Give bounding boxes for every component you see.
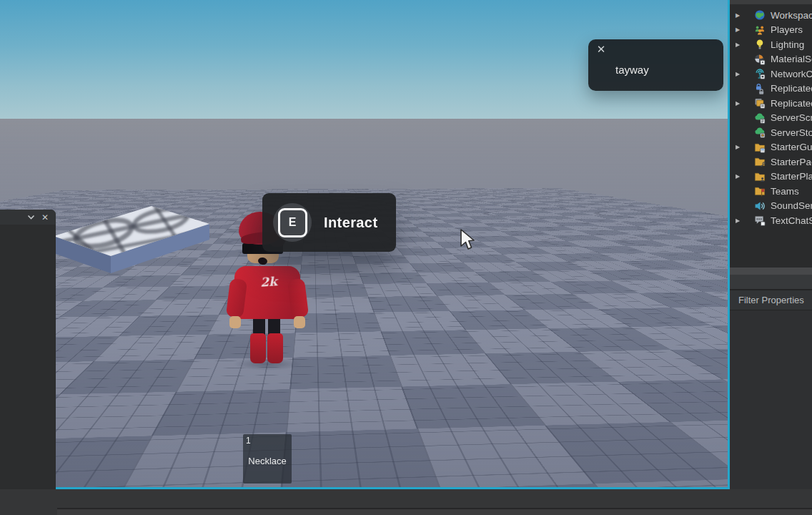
expand-arrow-icon[interactable]: ▶ — [736, 26, 745, 33]
game-viewport[interactable]: 2k E Interact ✕ tayway 1 Necklace — [0, 0, 730, 489]
explorer-item-label: ReplicatedStorage — [771, 98, 812, 109]
expand-arrow-icon[interactable]: ▶ — [736, 41, 745, 48]
explorer-item-serverstorage[interactable]: ServerStorage — [730, 125, 812, 140]
properties-filter-row — [730, 290, 812, 310]
explorer-item-starterplayer[interactable]: ▶StarterPlayer — [730, 170, 812, 185]
roblox-studio-window: { "colors": { "selection_border": "#23a6… — [0, 0, 812, 515]
explorer-item-label: ServerScriptService — [771, 112, 812, 123]
key-letter: E — [289, 216, 297, 229]
left-panel-header: ✕ — [0, 210, 56, 225]
hotbar-item-name: Necklace — [243, 456, 292, 466]
avatar-hand-right — [294, 316, 305, 328]
explorer-item-lighting[interactable]: ▶Lighting — [730, 37, 812, 52]
mouse-cursor-icon — [459, 229, 476, 252]
filter-properties-input[interactable] — [730, 295, 812, 305]
explorer-item-label: Lighting — [771, 39, 804, 50]
close-icon[interactable]: ✕ — [40, 212, 50, 222]
expand-arrow-icon[interactable]: ▶ — [736, 144, 745, 150]
explorer-item-textchatservice[interactable]: ▶TextChatService — [730, 213, 812, 228]
player-nameplate: ✕ tayway — [588, 39, 723, 91]
explorer-item-materialservice[interactable]: MaterialService — [730, 52, 812, 67]
interact-label: Interact — [324, 215, 377, 231]
panel-splitter[interactable] — [730, 268, 812, 275]
proximity-prompt[interactable]: E Interact — [262, 193, 396, 252]
bottom-bar — [0, 489, 812, 515]
explorer-item-label: ReplicatedFirst — [771, 83, 812, 94]
soundservice-icon — [754, 200, 766, 212]
materialservice-icon — [754, 54, 766, 65]
bottom-lower-strip — [57, 509, 812, 515]
key-circle: E — [273, 203, 312, 242]
avatar-boot-right — [267, 333, 283, 363]
hotbar-slot-number: 1 — [246, 436, 251, 446]
expand-arrow-icon[interactable]: ▶ — [736, 217, 745, 224]
expand-arrow-icon[interactable]: ▶ — [736, 173, 745, 180]
networkclient-icon — [754, 68, 766, 79]
explorer-item-label: Players — [771, 24, 803, 35]
explorer-item-label: StarterPack — [771, 157, 812, 167]
explorer-item-label: ServerStorage — [771, 127, 812, 138]
explorer-item-starterpack[interactable]: StarterPack — [730, 154, 812, 170]
explorer-item-networkclient[interactable]: ▶NetworkClient — [730, 67, 812, 82]
properties-panel — [730, 275, 812, 489]
explorer-item-replicatedstorage[interactable]: ▶ReplicatedStorage — [730, 96, 812, 111]
explorer-tree: ▶Workspace▶Players▶LightingMaterialServi… — [730, 4, 812, 228]
hotbar-slot-1[interactable]: 1 Necklace — [243, 434, 292, 484]
lighting-icon — [754, 39, 766, 50]
left-tool-panel: ✕ — [0, 210, 56, 489]
explorer-item-workspace[interactable]: ▶Workspace — [730, 8, 812, 23]
serverstorage-icon — [754, 127, 766, 138]
avatar-shirt-graphic: 2k — [255, 274, 282, 290]
explorer-item-label: Teams — [771, 186, 799, 197]
explorer-item-label: StarterGui — [771, 142, 812, 152]
explorer-item-label: TextChatService — [771, 215, 812, 226]
expand-arrow-icon[interactable]: ▶ — [736, 12, 745, 19]
explorer-item-label: SoundService — [771, 200, 812, 211]
explorer-item-replicatedfirst[interactable]: ReplicatedFirst — [730, 82, 812, 97]
web-pad-platform[interactable] — [43, 199, 218, 285]
explorer-panel: ▶Workspace▶Players▶LightingMaterialServi… — [730, 0, 812, 268]
players-icon — [754, 24, 766, 36]
teams-icon — [754, 185, 766, 197]
properties-header — [730, 275, 812, 290]
explorer-item-teams[interactable]: Teams — [730, 184, 812, 199]
explorer-item-serverscriptservice[interactable]: ServerScriptService — [730, 111, 812, 126]
explorer-item-soundservice[interactable]: SoundService — [730, 199, 812, 214]
explorer-item-label: Workspace — [771, 10, 812, 21]
baseplate-ground — [0, 119, 728, 489]
replicatedfirst-icon — [754, 83, 766, 94]
workspace-icon — [754, 9, 766, 21]
nameplate-username: tayway — [615, 64, 649, 76]
nameplate-close-icon[interactable]: ✕ — [594, 42, 608, 57]
collapse-chevron-down-icon[interactable] — [26, 212, 36, 222]
replicatedstorage-icon — [754, 97, 766, 109]
expand-arrow-icon[interactable]: ▶ — [736, 100, 745, 107]
explorer-item-label: StarterPlayer — [771, 171, 812, 182]
expand-arrow-icon[interactable]: ▶ — [736, 71, 745, 77]
avatar-boot-left — [250, 333, 266, 363]
keyboard-key-icon: E — [278, 208, 307, 237]
explorer-item-startergui[interactable]: ▶StarterGui — [730, 140, 812, 155]
starterplayer-icon — [754, 171, 766, 182]
starterpack-icon — [754, 156, 766, 167]
textchatservice-icon — [754, 215, 766, 226]
explorer-item-label: NetworkClient — [771, 69, 812, 79]
right-dock: ▶Workspace▶Players▶LightingMaterialServi… — [730, 0, 812, 489]
serverscriptservice-icon — [754, 112, 766, 124]
avatar-hand-left — [229, 316, 241, 328]
startergui-icon — [754, 142, 766, 153]
explorer-item-players[interactable]: ▶Players — [730, 23, 812, 38]
explorer-item-label: MaterialService — [771, 54, 812, 64]
